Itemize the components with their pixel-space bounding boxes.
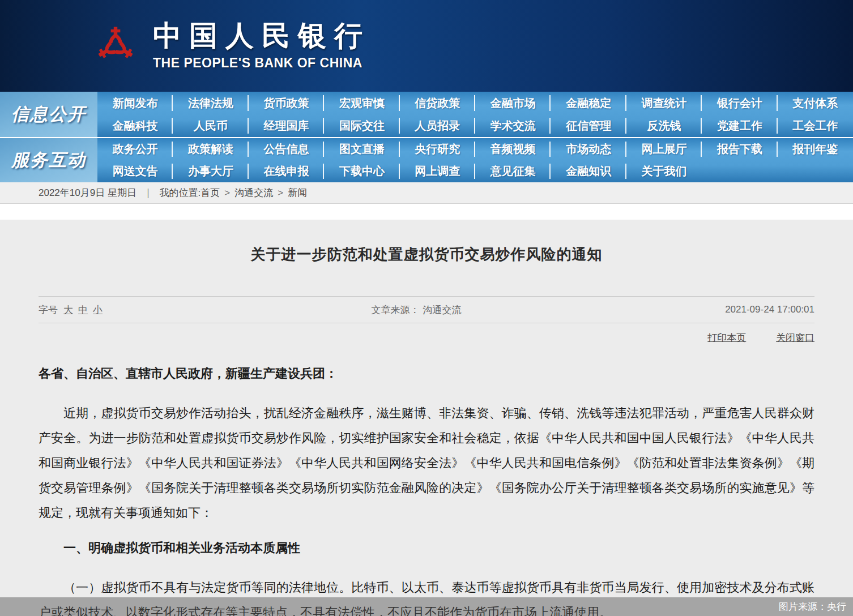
nav-item[interactable]: 在线申报 — [249, 160, 324, 182]
nav-item[interactable]: 支付体系 — [778, 92, 853, 114]
nav-item[interactable]: 网送文告 — [97, 160, 173, 182]
article-paragraph-1: 近期，虚拟货币交易炒作活动抬头，扰乱经济金融秩序，滋生赌博、非法集资、诈骗、传销… — [39, 401, 814, 525]
breadcrumb-path-separator: > — [224, 187, 230, 198]
nav-item[interactable]: 音频视频 — [475, 138, 551, 160]
nav-section-label[interactable]: 服务互动 — [0, 138, 97, 182]
article-section-heading: 一、明确虚拟货币和相关业务活动本质属性 — [39, 536, 814, 561]
nav-cell-empty — [778, 160, 853, 182]
nav-item[interactable]: 市场动态 — [551, 138, 626, 160]
breadcrumb-bar: 2022年10月9日 星期日 ｜ 我的位置: 首页>沟通交流>新闻 — [0, 182, 853, 204]
spacer-strip — [0, 204, 853, 220]
nav-item[interactable]: 金融市场 — [475, 92, 551, 114]
font-size-controls: 字号大中小 — [39, 303, 108, 316]
breadcrumb-date: 2022年10月9日 星期日 — [39, 186, 137, 199]
nav-row: 网送文告办事大厅在线申报下载中心网上调查意见征集金融知识关于我们 — [97, 160, 853, 182]
nav-item[interactable]: 办事大厅 — [173, 160, 248, 182]
article-source-label: 文章来源： — [372, 305, 420, 315]
breadcrumb-link[interactable]: 首页 — [201, 187, 220, 198]
nav-item[interactable]: 反洗钱 — [626, 114, 702, 137]
nav-item[interactable]: 人员招录 — [400, 114, 475, 137]
nav-item[interactable]: 意见征集 — [475, 160, 551, 182]
nav-row: 政务公开政策解读公告信息图文直播央行研究音频视频市场动态网上展厅报告下载报刊年鉴 — [97, 138, 853, 160]
font-size-label: 字号 — [39, 305, 58, 315]
breadcrumb-link[interactable]: 沟通交流 — [234, 187, 273, 198]
page-title: 关于进一步防范和处置虚拟货币交易炒作风险的通知 — [39, 245, 814, 264]
pboc-emblem-icon — [95, 15, 136, 77]
breadcrumb-location-label: 我的位置: — [160, 186, 201, 199]
article-datetime: 2021-09-24 17:00:01 — [725, 304, 814, 315]
nav-item[interactable]: 报刊年鉴 — [778, 138, 853, 160]
nav-section-2: 服务互动政务公开政策解读公告信息图文直播央行研究音频视频市场动态网上展厅报告下载… — [0, 137, 853, 182]
font-size-option[interactable]: 中 — [78, 305, 88, 315]
nav-section-1: 信息公开新闻发布法律法规货币政策宏观审慎信贷政策金融市场金融稳定调查统计银行会计… — [0, 92, 853, 137]
article-content: 关于进一步防范和处置虚拟货币交易炒作风险的通知 字号大中小 文章来源：沟通交流 … — [0, 220, 853, 615]
site-header: 中国人民银行 THE PEOPLE'S BANK OF CHINA — [0, 0, 853, 92]
nav-item[interactable]: 图文直播 — [324, 138, 399, 160]
nav-item[interactable]: 法律法规 — [173, 92, 248, 114]
nav-item[interactable]: 政策解读 — [173, 138, 248, 160]
font-size-option[interactable]: 小 — [93, 305, 103, 315]
close-window-link[interactable]: 关闭窗口 — [776, 332, 814, 343]
article-source: 文章来源：沟通交流 — [372, 303, 462, 316]
nav-item[interactable]: 金融稳定 — [551, 92, 626, 114]
nav-item[interactable]: 公告信息 — [249, 138, 324, 160]
nav-item[interactable]: 经理国库 — [249, 114, 324, 137]
nav-item[interactable]: 网上展厅 — [626, 138, 702, 160]
nav-item[interactable]: 征信管理 — [551, 114, 626, 137]
watermark-text: 图片来源：央行 — [779, 600, 846, 613]
nav-item[interactable]: 新闻发布 — [97, 92, 173, 114]
site-name-english: THE PEOPLE'S BANK OF CHINA — [153, 55, 370, 71]
nav-items: 新闻发布法律法规货币政策宏观审慎信贷政策金融市场金融稳定调查统计银行会计支付体系… — [97, 92, 853, 137]
article-salutation: 各省、自治区、直辖市人民政府，新疆生产建设兵团： — [39, 361, 814, 386]
nav-item[interactable]: 银行会计 — [702, 92, 777, 114]
nav-item[interactable]: 网上调查 — [400, 160, 475, 182]
print-page-link[interactable]: 打印本页 — [707, 332, 746, 343]
main-nav: 信息公开新闻发布法律法规货币政策宏观审慎信贷政策金融市场金融稳定调查统计银行会计… — [0, 92, 853, 182]
site-name-chinese: 中国人民银行 — [153, 22, 370, 50]
nav-item[interactable]: 货币政策 — [249, 92, 324, 114]
nav-item[interactable]: 报告下载 — [702, 138, 777, 160]
nav-item[interactable]: 政务公开 — [97, 138, 173, 160]
font-size-option[interactable]: 大 — [63, 305, 73, 315]
nav-item[interactable]: 宏观审慎 — [324, 92, 399, 114]
article-body: 各省、自治区、直辖市人民政府，新疆生产建设兵团： 近期，虚拟货币交易炒作活动抬头… — [39, 361, 814, 616]
nav-item[interactable]: 党建工作 — [702, 114, 777, 137]
nav-item[interactable]: 金融知识 — [551, 160, 626, 182]
image-source-watermark: 图片来源：央行 — [0, 597, 853, 616]
nav-row: 新闻发布法律法规货币政策宏观审慎信贷政策金融市场金融稳定调查统计银行会计支付体系 — [97, 92, 853, 114]
nav-item[interactable]: 调查统计 — [626, 92, 702, 114]
nav-item[interactable]: 学术交流 — [475, 114, 551, 137]
breadcrumb-path: 首页>沟通交流>新闻 — [201, 186, 307, 199]
article-actions: 打印本页 关闭窗口 — [39, 331, 814, 344]
nav-item[interactable]: 工会工作 — [778, 114, 853, 137]
breadcrumb-link[interactable]: 新闻 — [288, 187, 307, 198]
pboc-webpage: 中国人民银行 THE PEOPLE'S BANK OF CHINA 信息公开新闻… — [0, 0, 853, 616]
nav-cell-empty — [702, 160, 777, 182]
nav-item[interactable]: 人民币 — [173, 114, 248, 137]
breadcrumb-separator: ｜ — [143, 186, 153, 199]
nav-item[interactable]: 国际交往 — [324, 114, 399, 137]
nav-section-label[interactable]: 信息公开 — [0, 92, 97, 137]
nav-item[interactable]: 央行研究 — [400, 138, 475, 160]
site-logo[interactable]: 中国人民银行 THE PEOPLE'S BANK OF CHINA — [95, 15, 370, 77]
nav-item[interactable]: 下载中心 — [324, 160, 399, 182]
breadcrumb-path-separator: > — [278, 187, 283, 198]
nav-items: 政务公开政策解读公告信息图文直播央行研究音频视频市场动态网上展厅报告下载报刊年鉴… — [97, 138, 853, 182]
article-source-value: 沟通交流 — [423, 305, 462, 315]
site-names: 中国人民银行 THE PEOPLE'S BANK OF CHINA — [153, 22, 370, 71]
nav-item[interactable]: 信贷政策 — [400, 92, 475, 114]
nav-item[interactable]: 金融科技 — [97, 114, 173, 137]
nav-row: 金融科技人民币经理国库国际交往人员招录学术交流征信管理反洗钱党建工作工会工作 — [97, 114, 853, 137]
article-meta-row: 字号大中小 文章来源：沟通交流 2021-09-24 17:00:01 — [39, 296, 814, 323]
nav-item[interactable]: 关于我们 — [626, 160, 702, 182]
